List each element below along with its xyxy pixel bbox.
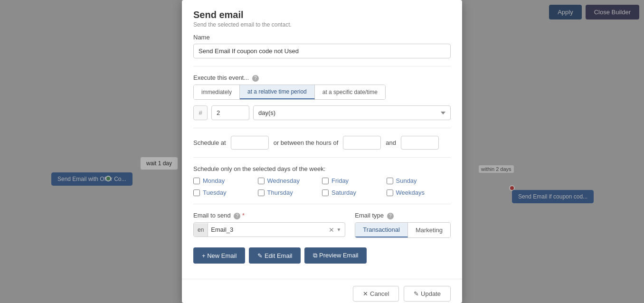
send-email-modal: Send email Send the selected email to th… <box>182 0 462 303</box>
schedule-at-input[interactable] <box>231 136 269 150</box>
day-weekdays-label: Weekdays <box>396 189 425 196</box>
day-saturday: Saturday <box>322 189 387 196</box>
day-friday: Friday <box>322 177 387 184</box>
name-field: Name <box>193 34 451 58</box>
email-select-controls: ✕ ▼ <box>325 226 345 234</box>
cancel-button[interactable]: ✕ Cancel <box>353 286 399 302</box>
email-value-input[interactable] <box>208 223 325 237</box>
day-thursday: Thursday <box>258 189 322 196</box>
day-wednesday: Wednesday <box>258 177 322 184</box>
modal-footer: ✕ Cancel ✎ Update <box>182 279 462 303</box>
divider-2 <box>193 128 451 128</box>
days-grid: Monday Wednesday Friday Su <box>193 177 451 196</box>
day-wednesday-label: Wednesday <box>267 177 300 184</box>
edit-email-button[interactable]: ✎ Edit Email <box>249 247 301 264</box>
schedule-at-label: Schedule at <box>193 139 226 146</box>
email-type-toggle: Transactional Marketing <box>355 222 451 238</box>
days-select[interactable]: day(s) week(s) month(s) <box>253 105 451 120</box>
update-button[interactable]: ✎ Update <box>404 286 451 302</box>
email-select-wrapper: en ✕ ▼ <box>193 222 345 237</box>
email-lang-badge: en <box>194 223 208 237</box>
tab-immediately[interactable]: immediately <box>194 85 240 99</box>
email-type-label: Email type ? <box>355 212 451 219</box>
email-to-send-label: Email to send ? * <box>193 212 345 219</box>
day-tuesday: Tuesday <box>193 189 258 196</box>
day-monday-label: Monday <box>203 177 225 184</box>
hash-symbol: # <box>193 105 208 120</box>
execute-help-icon[interactable]: ? <box>252 75 259 82</box>
day-monday: Monday <box>193 177 258 184</box>
between-from-input[interactable] <box>343 136 381 150</box>
execute-label: Execute this event... ? <box>193 74 451 82</box>
day-saturday-label: Saturday <box>331 189 356 196</box>
name-input[interactable] <box>193 44 451 58</box>
and-label: and <box>386 139 396 146</box>
execute-tab-group: immediately at a relative time period at… <box>193 85 386 100</box>
days-section: Schedule only on the selected days of th… <box>193 165 451 196</box>
number-input[interactable] <box>211 105 249 120</box>
email-action-buttons: + New Email ✎ Edit Email ⧉ Preview Email <box>193 247 451 264</box>
email-dropdown-icon[interactable]: ▼ <box>336 227 341 232</box>
tab-relative[interactable]: at a relative time period <box>240 85 315 99</box>
email-help-icon[interactable]: ? <box>234 213 240 219</box>
new-email-button[interactable]: + New Email <box>193 247 245 264</box>
tab-specific[interactable]: at a specific date/time <box>315 85 385 99</box>
checkbox-friday[interactable] <box>322 178 329 184</box>
email-required-star: * <box>242 212 245 219</box>
days-section-label: Schedule only on the selected days of th… <box>193 165 451 172</box>
email-row: Email to send ? * en ✕ ▼ <box>193 212 451 238</box>
email-to-send-section: Email to send ? * en ✕ ▼ <box>193 212 345 237</box>
divider-3 <box>193 157 451 158</box>
checkbox-sunday[interactable] <box>387 178 393 184</box>
between-to-input[interactable] <box>401 136 439 150</box>
modal-body: Name Execute this event... ? immediately… <box>182 34 462 271</box>
preview-email-button[interactable]: ⧉ Preview Email <box>304 247 367 264</box>
email-clear-icon[interactable]: ✕ <box>329 226 334 234</box>
execute-section: Execute this event... ? immediately at a… <box>193 74 451 120</box>
checkbox-weekdays[interactable] <box>387 189 393 196</box>
checkbox-tuesday[interactable] <box>193 189 200 196</box>
modal-title: Send email <box>193 9 451 20</box>
time-period-row: # day(s) week(s) month(s) <box>193 105 451 120</box>
modal-subtitle: Send the selected email to the contact. <box>193 21 451 28</box>
day-sunday: Sunday <box>387 177 451 184</box>
checkbox-monday[interactable] <box>193 178 200 184</box>
day-weekdays: Weekdays <box>387 189 451 196</box>
day-sunday-label: Sunday <box>396 177 417 184</box>
email-type-help-icon[interactable]: ? <box>387 213 394 219</box>
checkbox-saturday[interactable] <box>322 189 329 196</box>
email-type-section: Email type ? Transactional Marketing <box>355 212 451 238</box>
modal-overlay: Send email Send the selected email to th… <box>0 0 644 303</box>
type-btn-transactional[interactable]: Transactional <box>355 223 408 237</box>
day-friday-label: Friday <box>331 177 349 184</box>
divider-4 <box>193 204 451 204</box>
day-tuesday-label: Tuesday <box>203 189 226 196</box>
between-hours-label: or between the hours of <box>274 139 339 146</box>
day-thursday-label: Thursday <box>267 189 293 196</box>
checkbox-wednesday[interactable] <box>258 178 265 184</box>
checkbox-thursday[interactable] <box>258 189 265 196</box>
name-label: Name <box>193 34 451 41</box>
modal-header: Send email Send the selected email to th… <box>182 0 462 34</box>
divider-1 <box>193 66 451 66</box>
type-btn-marketing[interactable]: Marketing <box>408 223 450 237</box>
schedule-row: Schedule at or between the hours of and <box>193 136 451 150</box>
